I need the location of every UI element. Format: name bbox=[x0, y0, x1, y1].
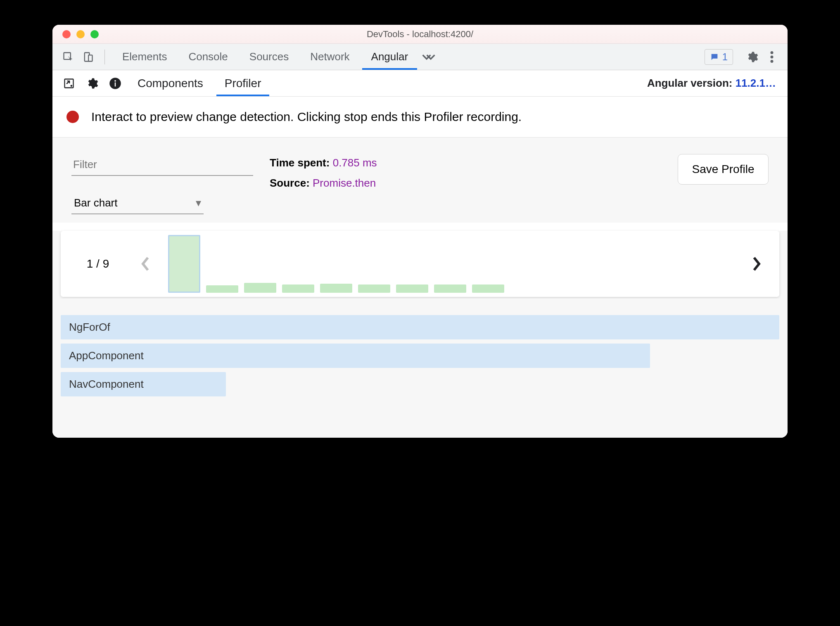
tab-console[interactable]: Console bbox=[179, 44, 237, 70]
svg-rect-2 bbox=[88, 55, 92, 61]
settings-icon[interactable] bbox=[83, 74, 101, 92]
zoom-window-button[interactable] bbox=[90, 30, 99, 38]
frame-bar[interactable] bbox=[358, 285, 390, 293]
component-bar[interactable]: NavComponent bbox=[61, 372, 226, 396]
svg-rect-9 bbox=[115, 82, 116, 86]
traffic-lights bbox=[52, 30, 99, 38]
tab-profiler[interactable]: Profiler bbox=[216, 70, 270, 96]
more-tabs-icon[interactable] bbox=[420, 49, 437, 65]
frame-bar[interactable] bbox=[168, 235, 200, 293]
profiler-controls: Bar chart ▾ Time spent: 0.785 ms Source:… bbox=[52, 138, 788, 223]
titlebar: DevTools - localhost:4200/ bbox=[52, 25, 788, 44]
frame-bar[interactable] bbox=[396, 285, 428, 293]
svg-point-10 bbox=[114, 80, 116, 81]
component-bars: NgForOfAppComponentNavComponent bbox=[52, 299, 788, 438]
frame-bar[interactable] bbox=[282, 285, 314, 293]
kebab-menu-icon[interactable] bbox=[764, 49, 780, 65]
component-bar[interactable]: AppComponent bbox=[61, 344, 650, 368]
device-toolbar-icon[interactable] bbox=[80, 49, 96, 65]
divider bbox=[104, 50, 105, 64]
record-stop-button[interactable] bbox=[66, 111, 79, 123]
svg-point-3 bbox=[771, 51, 774, 54]
angular-version: Angular version: 11.2.1… bbox=[647, 77, 780, 90]
time-spent-value: 0.785 ms bbox=[333, 156, 377, 169]
version-label: Angular version: bbox=[647, 77, 736, 89]
frame-bars bbox=[168, 231, 734, 297]
frame-metadata: Time spent: 0.785 ms Source: Promise.the… bbox=[270, 154, 661, 190]
window-title: DevTools - localhost:4200/ bbox=[52, 29, 788, 40]
version-value: 11.2.1… bbox=[736, 77, 776, 89]
profiler-status-row: Interact to preview change detection. Cl… bbox=[52, 97, 788, 138]
tab-sources[interactable]: Sources bbox=[240, 44, 298, 70]
frame-counter: 1 / 9 bbox=[73, 257, 123, 270]
frame-bar[interactable] bbox=[206, 285, 238, 293]
issues-badge[interactable]: 1 bbox=[705, 49, 733, 65]
component-bar[interactable]: NgForOf bbox=[61, 315, 779, 339]
source-label: Source: bbox=[270, 177, 313, 189]
frame-bar[interactable] bbox=[320, 284, 352, 293]
tab-components[interactable]: Components bbox=[129, 70, 211, 96]
minimize-window-button[interactable] bbox=[76, 30, 85, 38]
tab-angular[interactable]: Angular bbox=[362, 44, 418, 70]
save-profile-button[interactable]: Save Profile bbox=[678, 154, 769, 185]
profiler-message: Interact to preview change detection. Cl… bbox=[91, 110, 522, 124]
source-value: Promise.then bbox=[313, 177, 376, 189]
close-window-button[interactable] bbox=[62, 30, 71, 38]
frame-bar[interactable] bbox=[434, 285, 466, 293]
tab-network[interactable]: Network bbox=[301, 44, 358, 70]
tab-elements[interactable]: Elements bbox=[113, 44, 176, 70]
frames-strip: 1 / 9 bbox=[61, 231, 779, 297]
filter-input[interactable] bbox=[71, 154, 253, 176]
issues-count: 1 bbox=[722, 51, 728, 63]
prev-frame-button[interactable] bbox=[135, 254, 156, 274]
time-spent-label: Time spent: bbox=[270, 156, 333, 169]
frame-bar[interactable] bbox=[472, 285, 504, 293]
info-icon[interactable] bbox=[106, 74, 124, 92]
devtools-window: DevTools - localhost:4200/ Elements Cons… bbox=[52, 25, 788, 438]
gear-icon[interactable] bbox=[744, 49, 760, 65]
svg-point-5 bbox=[771, 60, 774, 63]
chevron-down-icon: ▾ bbox=[196, 197, 201, 209]
next-frame-button[interactable] bbox=[746, 254, 767, 274]
svg-point-7 bbox=[71, 85, 73, 87]
visualization-value: Bar chart bbox=[74, 197, 118, 209]
visualization-select[interactable]: Bar chart ▾ bbox=[71, 192, 204, 214]
frame-bar[interactable] bbox=[244, 283, 276, 293]
pop-out-icon[interactable] bbox=[60, 74, 78, 92]
svg-point-4 bbox=[771, 55, 774, 58]
inspect-element-icon[interactable] bbox=[60, 49, 76, 65]
angular-subnav: Components Profiler Angular version: 11.… bbox=[52, 70, 788, 97]
devtools-tabstrip: Elements Console Sources Network Angular… bbox=[52, 44, 788, 70]
